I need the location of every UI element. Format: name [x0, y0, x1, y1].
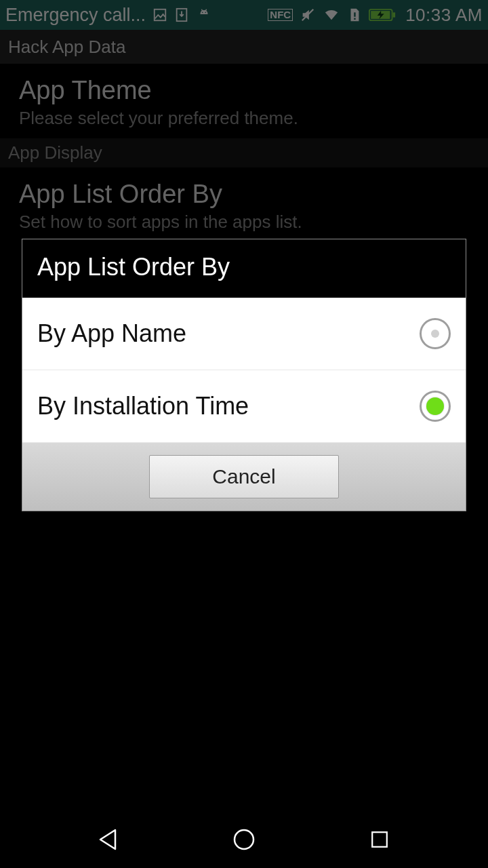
dialog-title: App List Order By — [22, 239, 466, 298]
cancel-button[interactable]: Cancel — [149, 455, 339, 498]
dialog-list-order: App List Order By By App Name By Install… — [22, 239, 466, 511]
svg-rect-13 — [372, 832, 387, 847]
option-by-installation-time[interactable]: By Installation Time — [22, 370, 466, 443]
radio-selected-icon — [420, 391, 451, 422]
svg-point-12 — [235, 830, 253, 849]
home-button[interactable] — [225, 821, 263, 859]
option-label: By App Name — [37, 319, 420, 348]
recent-apps-button[interactable] — [361, 821, 399, 859]
option-label: By Installation Time — [37, 392, 420, 420]
radio-unselected-icon — [420, 318, 451, 349]
back-button[interactable] — [89, 821, 127, 859]
option-by-app-name[interactable]: By App Name — [22, 298, 466, 370]
navigation-bar — [0, 811, 488, 868]
dialog-button-bar: Cancel — [22, 443, 466, 511]
